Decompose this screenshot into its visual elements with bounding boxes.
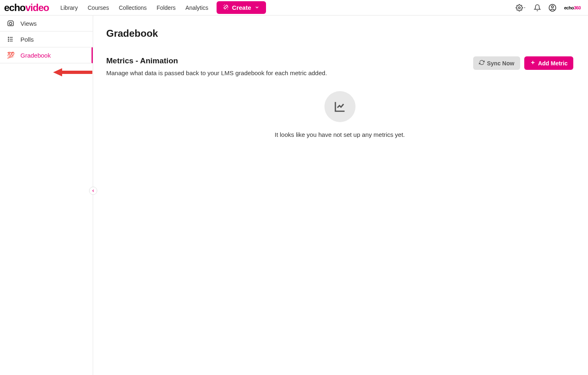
svg-marker-10 <box>53 68 92 76</box>
views-icon <box>7 20 15 27</box>
small-logo[interactable]: echo360 <box>564 5 581 10</box>
nav-collections[interactable]: Collections <box>119 4 147 11</box>
empty-text: It looks like you have not set up any me… <box>106 131 573 138</box>
sidebar-item-gradebook[interactable]: 💯 Gradebook <box>0 47 93 63</box>
create-button[interactable]: Create <box>217 1 266 14</box>
sidebar-item-label: Views <box>20 20 37 27</box>
chevron-down-icon <box>255 4 259 11</box>
metrics-heading: Metrics - Animation <box>106 56 327 65</box>
sync-now-button[interactable]: Sync Now <box>473 56 520 70</box>
annotation-arrow <box>53 67 94 78</box>
svg-point-2 <box>552 6 554 8</box>
wand-icon <box>223 4 229 11</box>
svg-rect-9 <box>10 41 13 42</box>
chart-icon <box>324 91 355 122</box>
add-metric-button[interactable]: Add Metric <box>524 56 573 70</box>
refresh-icon <box>479 60 485 67</box>
nav-courses[interactable]: Courses <box>88 4 109 11</box>
svg-point-8 <box>8 40 9 42</box>
top-nav: Library Courses Collections Folders Anal… <box>60 4 208 11</box>
nav-library[interactable]: Library <box>60 4 78 11</box>
nav-analytics[interactable]: Analytics <box>186 4 208 11</box>
svg-rect-7 <box>10 39 13 40</box>
user-icon[interactable] <box>548 4 557 12</box>
header: echovideo Library Courses Collections Fo… <box>0 0 588 16</box>
svg-rect-5 <box>10 37 13 38</box>
svg-point-0 <box>519 7 521 9</box>
hundred-icon: 💯 <box>7 51 15 59</box>
main-content: Gradebook Metrics - Animation Manage wha… <box>93 16 588 375</box>
collapse-sidebar-button[interactable] <box>89 187 97 195</box>
settings-icon[interactable] <box>516 4 526 11</box>
sidebar-item-label: Polls <box>20 36 34 43</box>
metrics-description: Manage what data is passed back to your … <box>106 69 327 76</box>
sidebar-item-polls[interactable]: Polls <box>0 31 93 47</box>
empty-state: It looks like you have not set up any me… <box>106 91 573 138</box>
sidebar-item-views[interactable]: Views <box>0 16 93 31</box>
plus-icon <box>530 60 536 67</box>
logo[interactable]: echovideo <box>4 2 49 13</box>
nav-folders[interactable]: Folders <box>157 4 176 11</box>
page-title: Gradebook <box>106 28 573 39</box>
svg-point-4 <box>8 37 9 38</box>
polls-icon <box>7 36 15 43</box>
sidebar-item-label: Gradebook <box>20 52 51 59</box>
bell-icon[interactable] <box>534 4 541 11</box>
svg-point-6 <box>8 39 9 40</box>
svg-point-3 <box>9 22 12 25</box>
